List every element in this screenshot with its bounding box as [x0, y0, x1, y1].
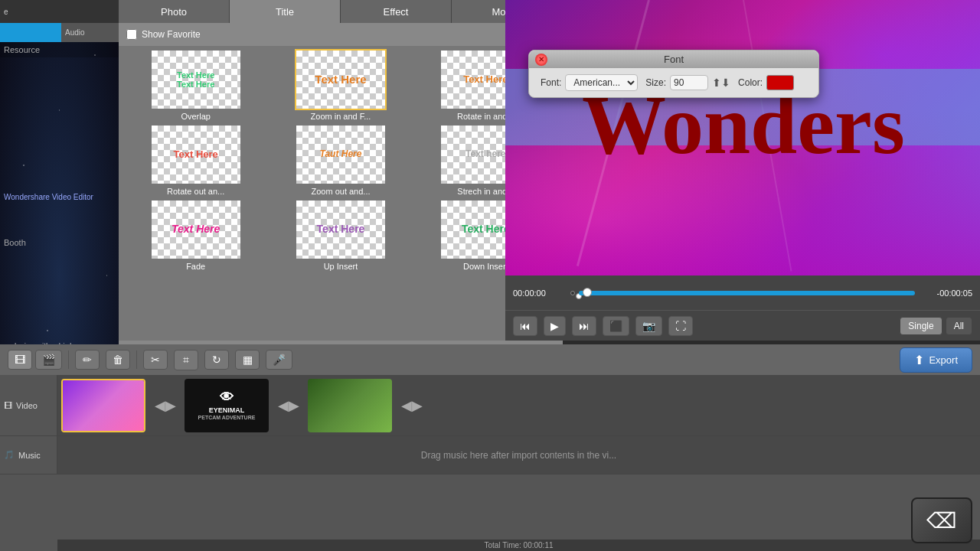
grid-label-zoomin: Zoom in and F...: [311, 112, 371, 121]
tab-title-label: Title: [276, 6, 294, 18]
font-color-field: Color:: [738, 75, 794, 90]
timeline-area: 🎞 🎬 ✏ 🗑 ✂ ⌗ ↻ ▦ 🎤 ⬆ Export 🎞 Video: [0, 344, 980, 551]
fullscreen-button[interactable]: ⛶: [668, 316, 693, 336]
music-track-label: Music: [18, 451, 41, 460]
eyenimal-logo: 👁 EYENIMAL PETCAM ADVENTURE: [198, 390, 256, 421]
show-favorite-label: Show Favorite: [142, 29, 201, 40]
skip-back-button[interactable]: ⏮: [513, 316, 537, 336]
single-all-group: Single All: [900, 317, 972, 335]
toolbar-separator-2: [136, 350, 137, 369]
play-button[interactable]: ▶: [544, 316, 566, 336]
font-color-swatch[interactable]: [766, 75, 794, 90]
thumb-text-downinsert: Text Here: [462, 223, 510, 235]
backspace-icon: ⌫: [926, 508, 957, 533]
edit-button[interactable]: ✏: [75, 350, 100, 370]
eye-icon: 👁: [198, 390, 256, 406]
storyboard-view-button[interactable]: 🎞: [8, 350, 32, 370]
transition-arrow-2-icon: ◀▶: [278, 397, 299, 414]
progress-bar[interactable]: [579, 291, 915, 295]
video-clip-1[interactable]: [61, 379, 145, 432]
transport-time-start: 00:00:00: [513, 289, 567, 298]
list-item[interactable]: Text HereText Here Overlap: [125, 49, 266, 121]
video-track-content[interactable]: ◀▶ 👁 EYENIMAL PETCAM ADVENTURE ◀▶ ◀▶: [57, 375, 980, 435]
export-icon: ⬆: [914, 353, 924, 367]
export-label: Export: [929, 354, 958, 366]
transport-thumb-icon[interactable]: [570, 291, 575, 295]
list-item[interactable]: Text Here Zoom in and F...: [270, 49, 411, 121]
tab-title[interactable]: Title: [230, 0, 341, 23]
preview-area: Wonders: [505, 0, 980, 276]
list-item[interactable]: Text Here Up Insert: [270, 199, 411, 271]
clip-3-thumbnail: [308, 379, 392, 432]
total-time-label: Total Time: 00:00:11: [484, 541, 553, 549]
font-size-input[interactable]: [670, 75, 708, 90]
all-button[interactable]: All: [946, 317, 972, 335]
transition-3[interactable]: ◀▶: [398, 379, 425, 432]
font-name-field: Font: American...: [541, 74, 638, 91]
thumb-text-zoomin: Text Here: [315, 73, 366, 86]
tab-photo[interactable]: Photo: [119, 0, 230, 23]
video-clip-3[interactable]: [308, 379, 392, 432]
sidebar-tab2[interactable]: Audio: [61, 23, 119, 42]
font-size-stepper[interactable]: ⬆⬇: [712, 77, 730, 89]
transition-1[interactable]: ◀▶: [152, 379, 178, 432]
sidebar-top-bar: e: [0, 8, 12, 16]
tab-effect-label: Effect: [383, 6, 408, 18]
app-name-area: Wondershare Video Editor: [4, 191, 115, 202]
font-dialog-title-bar: ✕ Font: [529, 51, 818, 68]
thumb-text-overlap: Text HereText Here: [177, 70, 214, 89]
single-button[interactable]: Single: [900, 317, 942, 335]
video-track: 🎞 Video ◀▶ 👁 EYENIMAL PETCAM ADVENTURE: [0, 375, 980, 436]
resource-section: Resource: [0, 42, 119, 57]
effect-button[interactable]: ▦: [235, 350, 260, 370]
timeline-view-button[interactable]: 🎬: [35, 350, 62, 370]
clip-1-thumbnail: [63, 380, 144, 431]
thumb-text-fade: Text Here: [172, 223, 220, 235]
sidebar-tab1[interactable]: [0, 23, 61, 42]
thumb-text-rotateout: Text Here: [174, 149, 218, 160]
music-track-content[interactable]: Drag music here after import contents in…: [57, 436, 980, 474]
video-track-label-area: 🎞 Video: [0, 375, 57, 435]
transport-bar: 00:00:00 -00:00:05: [505, 276, 980, 310]
backspace-button[interactable]: ⌫: [911, 497, 972, 543]
toolbar-separator-1: [68, 350, 69, 369]
delete-button[interactable]: 🗑: [106, 350, 130, 370]
trim-button[interactable]: ⌗: [174, 350, 198, 370]
music-track: 🎵 Music Drag music here after import con…: [0, 436, 980, 474]
skip-forward-button[interactable]: ⏭: [572, 316, 596, 336]
thumb-text-strech: Text here: [466, 149, 505, 159]
font-dialog-close-button[interactable]: ✕: [535, 54, 547, 66]
snapshot-button[interactable]: 📷: [635, 316, 662, 336]
sidebar-resource-label: Resource: [4, 45, 40, 54]
all-button-label: All: [954, 321, 964, 331]
audio-button[interactable]: 🎤: [266, 350, 292, 370]
stop-button[interactable]: ⬛: [603, 316, 629, 336]
content-panel: Show Favorite Text HereText Here Overlap…: [119, 23, 563, 360]
show-favorite-row: Show Favorite: [119, 23, 563, 46]
music-icon: 🎵: [4, 450, 15, 460]
font-name-select[interactable]: American...: [565, 74, 638, 91]
list-item[interactable]: Text Here Rotate out an...: [125, 124, 266, 196]
grid-label-rotateout: Rotate out an...: [167, 187, 224, 196]
booth-area: Booth: [4, 237, 26, 248]
list-item[interactable]: Taut Here Zoom out and...: [270, 124, 411, 196]
font-dialog: ✕ Font Font: American... Size: ⬆⬇ Color:: [528, 50, 819, 98]
view-toggle-group: 🎞 🎬: [8, 350, 62, 370]
grid-label-downinsert: Down Insert: [463, 262, 508, 271]
cut-button[interactable]: ✂: [143, 350, 168, 370]
eyenimal-subtitle: PETCAM ADVENTURE: [198, 415, 256, 421]
tab-photo-label: Photo: [161, 6, 187, 18]
grid-label-overlap: Overlap: [181, 112, 211, 121]
transition-2[interactable]: ◀▶: [275, 379, 302, 432]
list-item[interactable]: Text Here Fade: [125, 199, 266, 271]
grid-label-upinsert: Up Insert: [324, 262, 358, 271]
font-size-field: Size: ⬆⬇: [645, 75, 730, 90]
export-button[interactable]: ⬆ Export: [900, 347, 972, 373]
grid-label-zoomout: Zoom out and...: [311, 187, 370, 196]
font-dialog-body: Font: American... Size: ⬆⬇ Color:: [529, 68, 818, 97]
show-favorite-checkbox[interactable]: [126, 29, 137, 40]
font-color-label: Color:: [738, 77, 763, 88]
rotate-button[interactable]: ↻: [204, 350, 229, 370]
tab-effect[interactable]: Effect: [341, 0, 452, 23]
video-clip-2[interactable]: 👁 EYENIMAL PETCAM ADVENTURE: [185, 379, 269, 432]
